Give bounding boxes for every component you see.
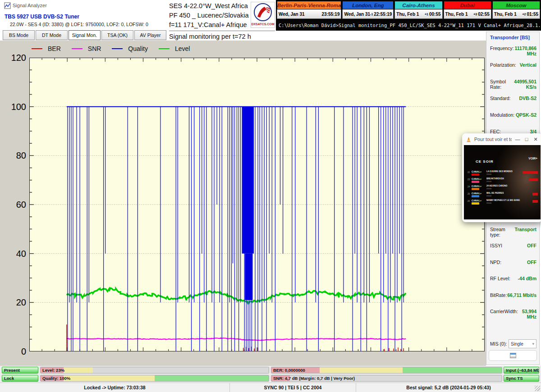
sync-ts-indicator: Sync TS (504, 375, 539, 382)
clock-time: 22:55:19 (374, 12, 392, 17)
console-command-line: C:\Users\Roman Dávid>Signal monitoring_P… (279, 23, 541, 28)
transponder-row-modulation-: Modulation:QPSK-S2 (490, 112, 536, 118)
resize-grip[interactable] (535, 386, 540, 391)
epg-program-time: 20h00 (486, 195, 532, 197)
transponder-row-stream-type-: Stream type:Transport (490, 227, 536, 237)
row-label: CarrierWidth: (490, 309, 518, 319)
chart-legend: BERSNRQualityLevel (32, 45, 190, 52)
epg-row: 25CANAL+MAL DE PIERRES20h00 (468, 192, 538, 199)
legend-label: Quality (128, 45, 148, 52)
row-value: DVB-S2 (519, 96, 536, 101)
vlc-close-button[interactable]: ✕ (532, 137, 539, 142)
clock-time: 01:55 (527, 12, 538, 17)
vlc-minimize-button[interactable]: — (514, 137, 521, 142)
quality-bar: Quality: 100% (40, 375, 269, 382)
legend-color-dash (72, 48, 83, 49)
clock-berlin-paris-vienna-roma: Berlin-Paris-Vienna-RomaWed, Jan 3123:55… (277, 1, 341, 19)
y-axis-tick-label: 20 (5, 297, 26, 308)
y-axis-tick-label: 0 (5, 346, 26, 357)
mis-label: MIS (0): (490, 341, 507, 346)
signal-status-bars: PresentLevel: 23%BER: 0,0000000Input (~6… (0, 366, 541, 383)
epg-corner-label: VOIR+ (528, 157, 537, 160)
chevron-down-icon: ▾ (532, 342, 534, 346)
epg-channel-name: CANAL+ (472, 178, 485, 180)
legend-item-snr: SNR (72, 45, 101, 52)
clock-date: Thu, Feb 1 (445, 12, 474, 17)
y-axis-tick-label: 80 (5, 150, 26, 161)
row-label: BitRate: (490, 292, 507, 298)
epg-program-title: 24 HEURES CHRONO (486, 185, 538, 187)
bar-segment-green (155, 375, 269, 381)
epg-channel-name: CANAL+ (472, 170, 485, 173)
epg-row: 26CANAL+NANNY MCPHEE ET LE BIG BANG20h00 (468, 199, 538, 206)
row-value: Transport (515, 227, 536, 237)
header-line-site: PF 450 _ Lucenec/Slovakia (169, 11, 251, 20)
epg-title: CE SOIR (476, 160, 494, 164)
clock-time: 02:55 (478, 12, 490, 17)
epg-channel-badge (472, 195, 479, 197)
epg-channel-name: CANAL+ (472, 185, 485, 187)
row-value: QPSK-S2 (516, 112, 536, 118)
epg-tag-chip (529, 178, 538, 181)
bar-segment-yellow (320, 367, 403, 373)
status-lock-uptime: Locked -> Uptime: 73:03:38 (0, 383, 230, 392)
console-region: Berlin-Paris-Vienna-RomaWed, Jan 3123:55… (276, 0, 541, 31)
vlc-window-title: Pour tout voir et to... (474, 137, 512, 142)
row-value: Vertical (520, 62, 536, 68)
epg-program-time: 20h00 (486, 173, 523, 175)
clock-london-eng: London, EngWed, Jan 31-122:55:19 (342, 1, 394, 19)
transponder-row-symbol-rate-: Symbol Rate:44995,501 KS/s (490, 79, 536, 90)
clock-city: Cairo-Athens (394, 1, 442, 9)
level-bar-label: Level: 23% (42, 368, 64, 373)
snr-bar-label: SNR: 4,7 dB (Margin: 0,7 dB | Very Poor) (273, 376, 355, 381)
row-value: OFF (527, 260, 536, 265)
y-axis-tick-label: 60 (5, 200, 26, 210)
row-label: Polarization: (490, 62, 516, 68)
clock-time: 00:55 (429, 12, 441, 17)
epg-program-time: 20h00 (486, 202, 532, 204)
epg-channel-badge (472, 173, 479, 176)
epg-channel-badge (472, 202, 479, 205)
vlc-titlebar[interactable]: Pour tout voir et to... — □ ✕ (462, 133, 541, 145)
epg-channel-name: CANAL+ (472, 199, 485, 202)
tab-signal-mon-[interactable]: Signal Mon. (69, 30, 101, 40)
legend-item-quality: Quality (112, 45, 148, 52)
tab-bs-mode[interactable]: BS Mode (3, 30, 35, 40)
mis-value: Single (511, 342, 523, 346)
legend-color-dash (159, 48, 170, 49)
epg-program-title: NANNY MCPHEE ET LE BIG BANG (486, 199, 532, 201)
app-icon (4, 2, 11, 9)
ber-bar-label: BER: 0,0000000 (273, 368, 305, 373)
input-rate-indicator: Input (~63,84 Mbps) (504, 367, 539, 374)
lock-indicator: Lock (2, 375, 38, 382)
clock-city: London, Eng (342, 1, 394, 9)
export-button[interactable] (489, 350, 537, 361)
tab-dt-mode[interactable]: DT Mode (36, 30, 68, 40)
vlc-maximize-button[interactable]: □ (523, 137, 530, 142)
header-line-duration: Signal monitoring per t=72 h (169, 31, 275, 40)
tab-tsa-ok-[interactable]: TSA (OK) (101, 30, 133, 40)
epg-channel-number: 24 (468, 185, 472, 188)
mis-select[interactable]: Single ▾ (509, 339, 536, 348)
mode-tabs: BS ModeDT ModeSignal Mon.TSA (OK)AV Play… (3, 30, 166, 40)
epg-program-title: LA GUERRE DES MONDES (486, 170, 523, 173)
vlc-video-area[interactable]: CE SOIR VOIR+ 22CANAL+LA GUERRE DES MOND… (464, 145, 541, 219)
epg-tag-chip (532, 200, 538, 203)
epg-row: 23CANAL+BREAKTHROUGH20h00 (468, 178, 538, 185)
tuner-name: TBS 5927 USB DVB-S2 Tuner (5, 14, 79, 20)
row-label: Standard: (490, 96, 511, 101)
clock-time: 23:55:19 (321, 12, 339, 17)
row-value: 66,711 Mbit/s (507, 292, 536, 298)
clock-city: Dubai (444, 1, 491, 9)
vlc-popup-window: Pour tout voir et to... — □ ✕ CE SOIR VO… (462, 133, 541, 222)
transponder-row-standard-: Standard:DVB-S2 (490, 96, 536, 101)
epg-program-title: BREAKTHROUGH (486, 178, 529, 180)
epg-channel-number: 25 (468, 192, 472, 195)
world-clock-bar: Berlin-Paris-Vienna-RomaWed, Jan 3123:55… (277, 1, 540, 19)
clock-utc-offset: -1 (370, 13, 373, 16)
epg-channel-badge (472, 188, 479, 190)
tab-av-player[interactable]: AV Player (134, 30, 166, 40)
y-axis-tick-label: 120 (5, 53, 26, 63)
clock-city: Moscow (492, 1, 540, 9)
clock-date: Thu, Feb 1 (494, 12, 523, 17)
